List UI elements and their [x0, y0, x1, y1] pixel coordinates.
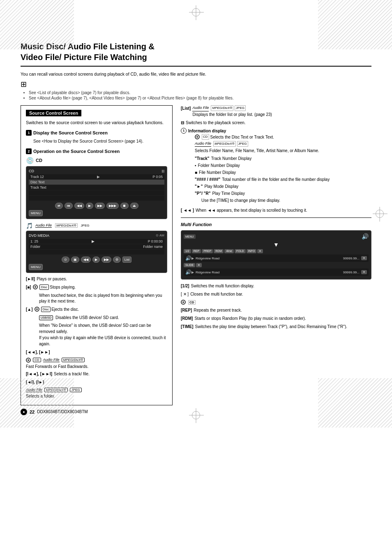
- cd-controls[interactable]: ⇄ ⏮ ◀◀ ▶ ▶▶ ▶▶▶ ⏹ ⏏: [29, 203, 164, 209]
- section1-num: 1: [26, 130, 32, 136]
- mpeg-badge: MPEG/DivX®: [55, 223, 78, 228]
- section2-num: 2: [26, 148, 32, 154]
- mf-tab-info[interactable]: INFO: [247, 249, 257, 253]
- mf-speaker-row2: 🔊: [185, 269, 191, 275]
- dvd-menu-btn[interactable]: MENU: [29, 264, 43, 270]
- page-num: 22: [30, 409, 35, 414]
- mf-tab-slide[interactable]: SLIDE: [184, 263, 195, 267]
- page-title-line2: Video File/ Picture File Watching: [21, 53, 147, 62]
- cd-screen-header: CD: [29, 169, 34, 173]
- mf-tab-4line[interactable]: 4line: [224, 249, 234, 253]
- list-desc: Displays the folder list or play list. (…: [192, 111, 371, 118]
- folder-num-display-item: ▪ Folder Number Display: [195, 162, 371, 169]
- mf-close-btn2[interactable]: ✕: [361, 270, 367, 274]
- play-time-label: "P"/ "R": [195, 190, 210, 197]
- ctrl-rewind[interactable]: ⏮: [65, 203, 73, 209]
- grid-icon: ⊞: [21, 80, 27, 89]
- stop-note: When touched twice, the disc is played f…: [39, 293, 167, 304]
- multi-function-title: Multi Function: [181, 222, 371, 227]
- page-circle: ●: [21, 409, 27, 415]
- mf-tab-rep[interactable]: REP: [192, 249, 201, 253]
- dvd-ctrl-1[interactable]: ⊙: [62, 257, 69, 263]
- dvd-time: P 0:00:00: [148, 239, 163, 243]
- ff-disc-icon: [26, 358, 31, 363]
- mf-menu-btn[interactable]: MENU: [184, 234, 196, 239]
- list-audio-badge: Audio File: [192, 105, 209, 111]
- dvd-controls[interactable]: ⊙ ▣ ◀◀ ▶ ▶▶ ⚙ List: [29, 257, 164, 263]
- footer: ● 22 DDX8034BT/DDX8034BTM: [21, 409, 88, 415]
- mf-num-row1: 99999.99...: [343, 257, 360, 260]
- time-item: [TIME] Switches the play time display be…: [181, 324, 371, 330]
- ctrl-eject[interactable]: ⏏: [130, 203, 138, 209]
- dvd-ctrl-5[interactable]: ▶▶: [101, 257, 111, 263]
- dvd-folder-row: 1: 25 ▶ P 0:00:00: [29, 239, 164, 244]
- folder-num-desc: Folder Number Display: [198, 162, 240, 169]
- source-control-title: Source Control Screen: [26, 110, 81, 116]
- mf-close-btn1[interactable]: ✕: [361, 256, 367, 260]
- mf-arrow-down: ▼: [184, 241, 369, 248]
- info-display-item: 1 Information display CD Selects the Dis…: [181, 128, 371, 206]
- playback-icon: ⊟: [181, 120, 184, 126]
- cd-time: P 0:05: [153, 175, 163, 179]
- time-bracket: [TIME]: [181, 324, 194, 330]
- mf-tabs-row1[interactable]: 1/2 REP PREP RDM 4line FOLD INFO ✕: [184, 249, 369, 253]
- section1-header: 1 Display the Source Control Screen: [26, 130, 167, 136]
- jpeg-badge: JPEG: [80, 224, 90, 227]
- ctrl-ff[interactable]: ▶▶▶: [106, 203, 119, 209]
- ctrl-stop[interactable]: ⏹: [120, 203, 129, 209]
- switch-1-2-item: [1/2] Switches the multi function displa…: [181, 283, 371, 289]
- mf-tab-12[interactable]: 1/2: [184, 249, 191, 253]
- list-mpeg-badge: MPEG/DivX®: [211, 105, 233, 111]
- dvd-folder-name: Folder name: [143, 245, 163, 249]
- eject-disc-icon: [35, 307, 39, 312]
- ctrl-play[interactable]: ▶: [86, 203, 93, 209]
- mf-tab-prep[interactable]: PREP: [202, 249, 213, 253]
- section2-header: 2 Operation on the Source Control Screen: [26, 148, 167, 154]
- list-badges-row: Audio File MPEG/DivX® JPEG: [192, 105, 371, 111]
- mf-tabs-row2[interactable]: SLIDE ✕: [184, 263, 369, 267]
- op-eject: [▲] Disc Ejects the disc.: [26, 307, 167, 312]
- cd-row1: Disc Text: [30, 180, 44, 184]
- mf-tab-rdm[interactable]: RDM: [214, 249, 224, 253]
- crosshair-right: [376, 210, 384, 218]
- rewind-desc: When ◄◄ appears, the text display is scr…: [196, 207, 307, 213]
- dvd-ctrl-4[interactable]: ▶: [92, 257, 100, 263]
- op-prev-next-desc: Selects a track/ file.: [54, 371, 90, 377]
- mf-num-row2: 99999.99...: [343, 271, 360, 274]
- eject-disc-badge: Disc: [41, 307, 51, 312]
- ff-mpeg-badge: MPEG/DivX®: [62, 358, 85, 362]
- ctrl-prev[interactable]: ◀◀: [74, 203, 84, 209]
- dvd-ctrl-3[interactable]: ◀◀: [81, 257, 91, 263]
- eject-usb-note2: If you wish to play it again while the U…: [39, 335, 167, 347]
- mf-speaker-row1: 🔊: [185, 255, 191, 261]
- dvd-ctrl-2[interactable]: ▣: [71, 257, 79, 263]
- stop-desc: Stops playing.: [50, 284, 76, 290]
- cd-blank2: -: [29, 196, 164, 201]
- ctrl-next[interactable]: ▶▶: [95, 203, 105, 209]
- info-cd-badge: CD: [202, 134, 209, 140]
- list-bracket-text: [List]: [181, 106, 191, 111]
- ctrl-menu[interactable]: MENU: [29, 210, 43, 216]
- info-disc-icon: [195, 134, 200, 139]
- info-content: Information display CD Selects the Disc …: [188, 128, 371, 206]
- crosshair-top: [192, 8, 200, 16]
- dvd-folder-num: 1: 25: [30, 239, 38, 243]
- info-cd-desc: Selects the Disc Text or Track Text.: [210, 134, 274, 140]
- mf-tab-close[interactable]: ✕: [257, 249, 263, 253]
- ff-cd-badge: CD: [33, 358, 41, 362]
- op-ff-label: [◄◄], [►►]: [26, 349, 50, 355]
- time-desc: Switches the play time display between T…: [195, 324, 347, 330]
- mf-tab-fold[interactable]: FOLD: [235, 249, 246, 253]
- stripe-decoration-tr: [318, 0, 392, 49]
- divider: [181, 217, 371, 218]
- cd-track: Track 12: [30, 175, 44, 179]
- info-file-desc: Selects Folder Name, File Name, Title, A…: [195, 148, 371, 154]
- eject-desc: Ejects the disc.: [51, 307, 79, 312]
- dvd-list-btn[interactable]: List: [122, 257, 131, 263]
- file-num-display-item: ■ File Number Display: [195, 169, 371, 176]
- dvd-header: DVD MEDIA: [29, 234, 49, 238]
- ctrl-shuffle[interactable]: ⇄: [55, 203, 63, 209]
- eject-usb-row: USB/SD Disables the USB device/ SD card.: [39, 315, 167, 321]
- mf-tab-close2[interactable]: ✕: [196, 263, 202, 267]
- dvd-ctrl-6[interactable]: ⚙: [113, 257, 121, 263]
